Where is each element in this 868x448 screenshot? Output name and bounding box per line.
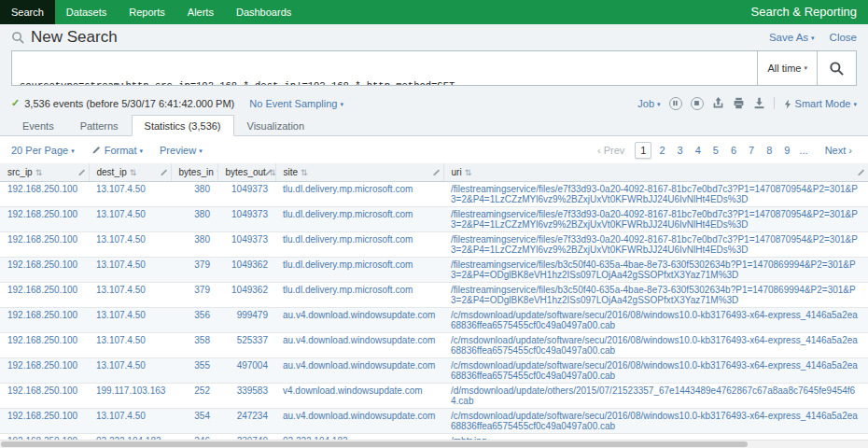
- cell-src-ip[interactable]: 192.168.250.100: [0, 258, 89, 283]
- cell-bytes-in[interactable]: 355: [171, 358, 217, 384]
- sort-icon[interactable]: ⇅: [465, 168, 472, 177]
- cell-uri[interactable]: /c/msdownload/update/software/secu/2016/…: [443, 308, 868, 333]
- cell-bytes-in[interactable]: 379: [171, 258, 217, 283]
- topnav-item-reports[interactable]: Reports: [118, 0, 176, 24]
- cell-bytes-in[interactable]: 354: [171, 409, 217, 434]
- cell-dest-ip[interactable]: 13.107.4.50: [89, 283, 171, 308]
- tab-patterns[interactable]: Patterns: [67, 115, 132, 136]
- cell-dest-ip[interactable]: 13.107.4.50: [89, 207, 171, 232]
- cell-uri[interactable]: /filestreamingservice/files/e7f33d93-0a2…: [443, 207, 868, 232]
- cell-dest-ip[interactable]: 13.107.4.50: [89, 308, 171, 333]
- cell-uri[interactable]: /filestreamingservice/files/b3c50f40-635…: [443, 283, 868, 308]
- column-header-bytes-out[interactable]: bytes_out⇅: [217, 163, 275, 182]
- cell-site[interactable]: tlu.dl.delivery.mp.microsoft.com: [275, 283, 443, 308]
- cell-uri[interactable]: /d/msdownload/update/others/2015/07/2152…: [443, 384, 868, 409]
- cell-bytes-in[interactable]: 252: [171, 384, 217, 409]
- cell-uri[interactable]: /c/msdownload/update/software/secu/2016/…: [443, 333, 868, 358]
- cell-uri[interactable]: /filestreamingservice/files/e7f33d93-0a2…: [443, 182, 868, 207]
- cell-src-ip[interactable]: 192.168.250.100: [0, 283, 89, 308]
- cell-bytes-in[interactable]: 358: [171, 333, 217, 358]
- cell-src-ip[interactable]: 192.168.250.100: [0, 182, 89, 207]
- time-range-picker[interactable]: All time ▾: [758, 50, 818, 86]
- format-dropdown[interactable]: Format▾: [91, 145, 143, 156]
- cell-dest-ip[interactable]: 13.107.4.50: [89, 232, 171, 258]
- page-button-4[interactable]: 4: [691, 143, 706, 158]
- cell-dest-ip[interactable]: 13.107.4.50: [89, 333, 171, 358]
- page-button-2[interactable]: 2: [654, 143, 669, 158]
- cell-dest-ip[interactable]: 13.107.4.50: [89, 358, 171, 384]
- cell-site[interactable]: au.v4.download.windowsupdate.com: [275, 308, 443, 333]
- search-input[interactable]: sourcetype=stream:http src_ip=192.168.* …: [11, 50, 758, 86]
- horizontal-scrollbar-thumb[interactable]: [1, 441, 748, 447]
- search-submit-button[interactable]: [818, 50, 857, 86]
- column-header-src-ip[interactable]: src_ip⇅: [0, 163, 89, 182]
- tab-statistics[interactable]: Statistics (3,536): [132, 115, 234, 136]
- cell-uri[interactable]: /c/msdownload/update/software/secu/2016/…: [443, 358, 868, 384]
- cell-site[interactable]: tlu.dl.delivery.mp.microsoft.com: [275, 182, 443, 207]
- cell-src-ip[interactable]: 192.168.250.100: [0, 384, 89, 409]
- topnav-item-dashboards[interactable]: Dashboards: [225, 0, 302, 24]
- page-button-5[interactable]: 5: [708, 143, 723, 158]
- cell-site[interactable]: tlu.dl.delivery.mp.microsoft.com: [275, 232, 443, 258]
- save-as-button[interactable]: Save As▾: [769, 32, 815, 43]
- next-page-button[interactable]: Next ›: [820, 143, 857, 158]
- cell-uri[interactable]: /filestreamingservice/files/e7f33d93-0a2…: [443, 232, 868, 258]
- cell-src-ip[interactable]: 192.168.250.100: [0, 358, 89, 384]
- cell-bytes-out[interactable]: 497004: [217, 358, 275, 384]
- share-button[interactable]: [712, 97, 724, 109]
- close-button[interactable]: Close: [830, 32, 857, 43]
- column-header-site[interactable]: site⇅: [275, 163, 443, 182]
- cell-site[interactable]: au.v4.download.windowsupdate.com: [275, 333, 443, 358]
- event-sampling-dropdown[interactable]: No Event Sampling▾: [249, 98, 343, 109]
- edit-column-icon[interactable]: [264, 168, 273, 176]
- topnav-item-datasets[interactable]: Datasets: [55, 0, 118, 24]
- tab-visualization[interactable]: Visualization: [234, 115, 318, 136]
- page-button-3[interactable]: 3: [673, 143, 688, 158]
- sort-icon[interactable]: ⇅: [130, 168, 137, 177]
- cell-site[interactable]: v4.download.windowsupdate.com: [275, 384, 443, 409]
- pause-button[interactable]: [669, 97, 682, 110]
- cell-src-ip[interactable]: 192.168.250.100: [0, 207, 89, 232]
- page-button-1[interactable]: 1: [635, 142, 651, 159]
- cell-dest-ip[interactable]: 199.117.103.163: [89, 384, 171, 409]
- preview-dropdown[interactable]: Preview▾: [160, 145, 203, 156]
- cell-bytes-out[interactable]: 1049373: [217, 182, 275, 207]
- cell-src-ip[interactable]: 192.168.250.100: [0, 308, 89, 333]
- tab-events[interactable]: Events: [9, 115, 67, 136]
- cell-bytes-in[interactable]: 380: [171, 207, 217, 232]
- page-button-6[interactable]: 6: [726, 143, 741, 158]
- edit-column-icon[interactable]: [857, 168, 865, 176]
- cell-dest-ip[interactable]: 13.107.4.50: [89, 182, 171, 207]
- page-button-7[interactable]: 7: [744, 143, 759, 158]
- cell-dest-ip[interactable]: 13.107.4.50: [89, 409, 171, 434]
- cell-bytes-in[interactable]: 356: [171, 308, 217, 333]
- prev-page-button[interactable]: ‹ Prev: [597, 145, 624, 156]
- edit-column-icon[interactable]: [77, 168, 86, 176]
- cell-site[interactable]: au.v4.download.windowsupdate.com: [275, 409, 443, 434]
- job-menu-button[interactable]: Job▾: [637, 98, 660, 109]
- topnav-item-alerts[interactable]: Alerts: [176, 0, 225, 24]
- cell-bytes-in[interactable]: 380: [171, 182, 217, 207]
- cell-uri[interactable]: /c/msdownload/update/software/secu/2016/…: [443, 409, 868, 434]
- cell-src-ip[interactable]: 192.168.250.100: [0, 232, 89, 258]
- edit-column-icon[interactable]: [160, 168, 168, 176]
- cell-bytes-in[interactable]: 380: [171, 232, 217, 258]
- cell-bytes-out[interactable]: 1049362: [217, 258, 275, 283]
- cell-site[interactable]: au.v4.download.windowsupdate.com: [275, 358, 443, 384]
- cell-bytes-out[interactable]: 247234: [217, 409, 275, 434]
- stop-button[interactable]: [691, 97, 704, 110]
- cell-bytes-out[interactable]: 1049373: [217, 207, 275, 232]
- column-header-bytes-in[interactable]: bytes_in⇅: [171, 163, 217, 182]
- cell-bytes-out[interactable]: 525337: [217, 333, 275, 358]
- sort-icon[interactable]: ⇅: [35, 168, 43, 177]
- cell-dest-ip[interactable]: 13.107.4.50: [89, 258, 171, 283]
- cell-site[interactable]: tlu.dl.delivery.mp.microsoft.com: [275, 207, 443, 232]
- cell-bytes-out[interactable]: 1049362: [217, 283, 275, 308]
- per-page-dropdown[interactable]: 20 Per Page▾: [11, 145, 75, 156]
- cell-site[interactable]: tlu.dl.delivery.mp.microsoft.com: [275, 258, 443, 283]
- column-header-uri[interactable]: uri⇅: [443, 163, 868, 182]
- cell-bytes-out[interactable]: 1049373: [217, 232, 275, 258]
- smart-mode-button[interactable]: Smart Mode▾: [783, 98, 857, 109]
- cell-uri[interactable]: /filestreamingservice/files/b3c50f40-635…: [443, 258, 868, 283]
- column-header-dest-ip[interactable]: dest_ip⇅: [89, 163, 171, 182]
